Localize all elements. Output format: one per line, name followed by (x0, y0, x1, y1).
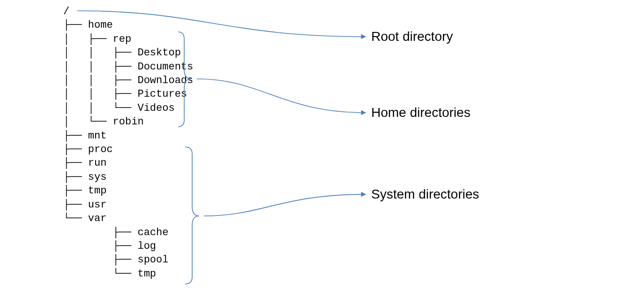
arrow-system (204, 194, 366, 216)
arrow-home (197, 79, 366, 113)
label-system-directories: System directories (371, 187, 479, 202)
directory-tree: / ├── home │ ├── rep │ │ ├── Desktop │ │… (63, 5, 193, 281)
label-home-directories: Home directories (371, 105, 471, 120)
label-root-directory: Root directory (371, 29, 453, 44)
